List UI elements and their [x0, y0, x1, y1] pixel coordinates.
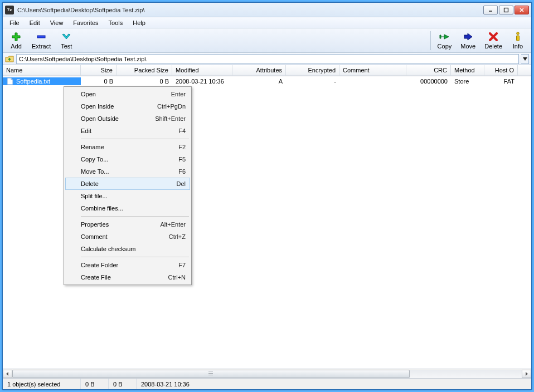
window-controls [483, 6, 529, 14]
col-modified[interactable]: Modified [172, 65, 232, 76]
context-menu-item[interactable]: Open InsideCtrl+PgDn [65, 100, 190, 112]
col-packed-size[interactable]: Packed Size [116, 65, 172, 76]
context-menu-shortcut: Del [176, 180, 186, 187]
menu-tools[interactable]: Tools [104, 18, 128, 27]
context-menu-label: Move To... [81, 168, 109, 175]
file-size: 0 B [81, 78, 116, 85]
col-attributes[interactable]: Attributes [232, 65, 286, 76]
file-crc: 00000000 [406, 78, 451, 85]
context-menu-item[interactable]: Create FolderF7 [65, 259, 190, 271]
context-menu-item[interactable]: RenameF2 [65, 141, 190, 153]
address-input[interactable] [16, 54, 519, 64]
context-menu-item[interactable]: EditF4 [65, 125, 190, 137]
scroll-left-button[interactable] [3, 370, 12, 378]
context-menu-item[interactable]: Open OutsideShift+Enter [65, 112, 190, 125]
context-menu-label: Copy To... [81, 156, 108, 163]
test-button[interactable]: Test [55, 30, 77, 51]
context-menu-item[interactable]: DeleteDel [65, 178, 190, 190]
file-modified: 2008-03-21 10:36 [172, 78, 232, 85]
svg-rect-4 [37, 36, 45, 38]
col-method[interactable]: Method [451, 65, 484, 76]
context-menu-item[interactable]: Calculate checksum [65, 243, 190, 255]
context-menu-item[interactable]: OpenEnter [65, 88, 190, 100]
menu-bar: File Edit View Favorites Tools Help [3, 17, 531, 28]
context-menu-label: Properties [81, 221, 109, 228]
copy-label: Copy [438, 43, 452, 50]
context-menu-label: Rename [81, 144, 104, 150]
context-menu: OpenEnterOpen InsideCtrl+PgDnOpen Outsid… [64, 86, 192, 285]
menu-file[interactable]: File [5, 18, 24, 27]
toolbar: Add Extract Test Copy Move Delete Info [3, 28, 531, 53]
context-menu-shortcut: F2 [178, 144, 186, 150]
context-menu-item[interactable]: Create FileCtrl+N [65, 271, 190, 283]
menu-help[interactable]: Help [128, 18, 150, 27]
text-file-icon [6, 77, 14, 85]
context-menu-separator [81, 257, 189, 257]
copy-arrow-icon [439, 31, 450, 42]
title-bar: 7z C:\Users\Softpedia\Desktop\Softpedia … [3, 3, 531, 17]
context-menu-separator [81, 216, 189, 217]
menu-favorites[interactable]: Favorites [69, 18, 103, 27]
copy-button[interactable]: Copy [433, 30, 457, 51]
context-menu-label: Edit [81, 128, 91, 134]
minimize-button[interactable] [483, 6, 498, 14]
status-size2: 0 B [109, 379, 137, 389]
context-menu-label: Open Inside [81, 103, 114, 110]
file-attributes: A [232, 78, 286, 85]
svg-rect-1 [504, 8, 508, 12]
column-headers: Name Size Packed Size Modified Attribute… [3, 65, 531, 76]
context-menu-label: Open [81, 91, 96, 97]
context-menu-item[interactable]: PropertiesAlt+Enter [65, 218, 190, 231]
status-selection: 1 object(s) selected [3, 379, 81, 389]
move-label: Move [460, 43, 475, 50]
context-menu-item[interactable]: Split file... [65, 190, 190, 202]
context-menu-label: Comment [81, 233, 108, 240]
context-menu-shortcut: Alt+Enter [160, 221, 186, 228]
file-list[interactable]: Softpedia.txt 0 B 0 B 2008-03-21 10:36 A… [3, 76, 531, 369]
check-icon [61, 31, 71, 42]
file-row[interactable]: Softpedia.txt 0 B 0 B 2008-03-21 10:36 A… [3, 76, 531, 86]
status-size1: 0 B [81, 379, 109, 389]
context-menu-shortcut: Ctrl+PgDn [157, 103, 186, 110]
window-title: C:\Users\Softpedia\Desktop\Softpedia Tes… [17, 7, 483, 13]
horizontal-scrollbar[interactable] [3, 369, 531, 378]
col-encrypted[interactable]: Encrypted [286, 65, 339, 76]
extract-button[interactable]: Extract [27, 30, 55, 51]
context-menu-shortcut: F7 [178, 262, 186, 268]
context-menu-item[interactable]: Move To...F6 [65, 165, 190, 178]
file-encrypted: - [286, 78, 339, 85]
delete-button[interactable]: Delete [480, 30, 507, 51]
col-comment[interactable]: Comment [339, 65, 406, 76]
col-size[interactable]: Size [81, 65, 116, 76]
add-label: Add [11, 43, 22, 50]
context-menu-shortcut: Shift+Enter [155, 115, 186, 122]
close-button[interactable] [514, 6, 529, 14]
file-name: Softpedia.txt [16, 78, 50, 85]
folder-up-icon[interactable] [5, 55, 14, 63]
context-menu-label: Combine files... [81, 205, 123, 212]
menu-view[interactable]: View [46, 18, 68, 27]
menu-edit[interactable]: Edit [25, 18, 45, 27]
col-host-os[interactable]: Host O [484, 65, 518, 76]
context-menu-shortcut: Ctrl+N [168, 274, 186, 281]
file-name-cell[interactable]: Softpedia.txt [3, 77, 81, 85]
info-button[interactable]: Info [507, 30, 529, 51]
address-dropdown[interactable] [521, 54, 529, 64]
context-menu-item[interactable]: Combine files... [65, 202, 190, 214]
move-button[interactable]: Move [456, 30, 480, 51]
context-menu-item[interactable]: Copy To...F5 [65, 153, 190, 165]
address-bar [3, 53, 531, 65]
context-menu-label: Create File [81, 274, 111, 281]
scroll-track[interactable] [12, 370, 522, 378]
maximize-button[interactable] [499, 6, 513, 14]
info-label: Info [513, 43, 523, 50]
col-crc[interactable]: CRC [406, 65, 451, 76]
col-name[interactable]: Name [3, 65, 81, 76]
file-packed: 0 B [116, 78, 172, 85]
delete-label: Delete [484, 43, 502, 50]
scroll-thumb[interactable] [12, 370, 410, 378]
context-menu-item[interactable]: CommentCtrl+Z [65, 231, 190, 243]
scroll-right-button[interactable] [522, 370, 531, 378]
add-button[interactable]: Add [5, 30, 27, 51]
context-menu-shortcut: Ctrl+Z [169, 233, 186, 240]
